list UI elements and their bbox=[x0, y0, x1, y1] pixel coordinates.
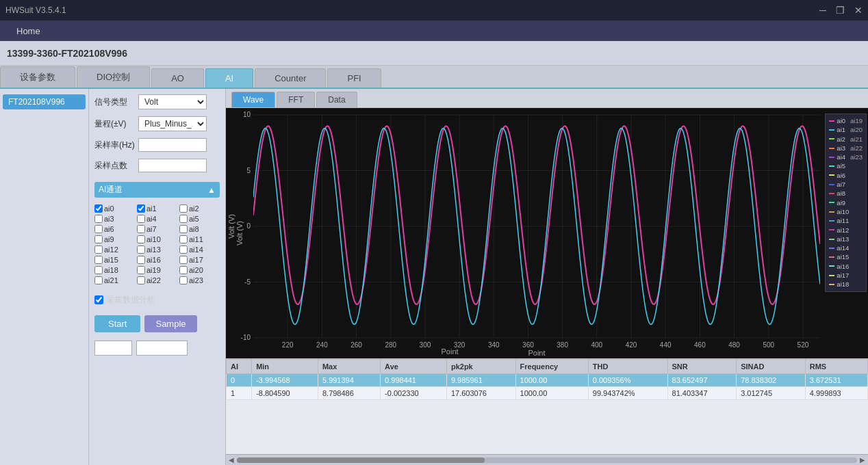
channel-header[interactable]: AI通道 ▲ bbox=[94, 182, 220, 198]
col-ai: AI bbox=[227, 360, 252, 374]
channel-ai3: ai3 bbox=[94, 215, 135, 223]
legend-ai14: ai14 bbox=[829, 243, 863, 252]
checkbox-ai11[interactable] bbox=[179, 235, 188, 243]
start-button[interactable]: Start bbox=[94, 315, 140, 332]
tab-ai[interactable]: AI bbox=[205, 68, 253, 88]
channel-ai12: ai12 bbox=[94, 245, 135, 254]
sample-rate-label: 采样率(Hz) bbox=[94, 140, 136, 151]
checkbox-ai5[interactable] bbox=[179, 215, 188, 223]
checkbox-ai9[interactable] bbox=[94, 235, 103, 243]
range-select[interactable]: Plus_Minus_10 bbox=[138, 116, 207, 131]
chart-area: Volt (V) Point ai0ai19 ai1ai20 ai2ai21 a… bbox=[226, 108, 868, 358]
channel-ai4: ai4 bbox=[137, 215, 177, 223]
tab-device-params[interactable]: 设备参数 bbox=[0, 66, 75, 88]
checkbox-ai16[interactable] bbox=[137, 256, 145, 264]
channel-grid: ai0 ai1 ai2 ai3 ai4 bbox=[94, 204, 220, 284]
scrollbar-track[interactable] bbox=[237, 457, 857, 463]
scrollbar-thumb[interactable] bbox=[237, 457, 485, 463]
data-table: AI Min Max Ave pk2pk Frequency THD SNR S… bbox=[226, 359, 868, 400]
checkbox-ai21[interactable] bbox=[94, 276, 103, 284]
close-button[interactable]: ✕ bbox=[854, 5, 863, 16]
sidebar: FT202108V996 bbox=[0, 89, 89, 465]
tab-counter[interactable]: Counter bbox=[255, 68, 326, 88]
input-field-2[interactable]: 22000 bbox=[136, 341, 188, 356]
app-container: Home 13399-3360-FT202108V996 设备参数 DIO控制 … bbox=[0, 21, 868, 465]
channel-title: AI通道 bbox=[99, 184, 123, 196]
col-frequency: Frequency bbox=[515, 360, 588, 374]
signal-type-select[interactable]: Volt bbox=[138, 94, 207, 109]
legend-ai15: ai15 bbox=[829, 252, 863, 261]
col-rms: RMS bbox=[805, 360, 867, 374]
tab-pfi[interactable]: PFI bbox=[327, 68, 381, 88]
device-bar: 13399-3360-FT202108V996 bbox=[0, 41, 868, 66]
channel-ai6: ai6 bbox=[94, 225, 135, 233]
checkbox-ai2[interactable] bbox=[179, 204, 188, 213]
sub-tab-fft[interactable]: FFT bbox=[277, 92, 315, 107]
menu-home[interactable]: Home bbox=[7, 23, 50, 39]
legend-ai17: ai17 bbox=[829, 271, 863, 280]
legend-ai16: ai16 bbox=[829, 262, 863, 271]
chart-legend: ai0ai19 ai1ai20 ai2ai21 ai3ai22 ai4ai23 … bbox=[825, 114, 867, 292]
action-buttons: Start Sample bbox=[94, 315, 220, 332]
legend-ai6: ai6 bbox=[829, 171, 863, 180]
window-controls: ─ ❐ ✕ bbox=[819, 5, 863, 16]
checkbox-ai19[interactable] bbox=[137, 266, 145, 274]
restore-button[interactable]: ❐ bbox=[836, 5, 845, 16]
legend-ai11: ai11 bbox=[829, 216, 863, 225]
legend-ai7: ai7 bbox=[829, 180, 863, 189]
title-bar: HWSuit V3.5.4.1 ─ ❐ ✕ bbox=[0, 0, 868, 21]
col-sinad: SINAD bbox=[737, 360, 806, 374]
checkbox-ai12[interactable] bbox=[94, 245, 103, 254]
checkbox-ai0[interactable] bbox=[94, 204, 103, 213]
sample-button[interactable]: Sample bbox=[144, 315, 196, 332]
right-panel: Wave FFT Data Volt (V) Point ai0ai19 ai1… bbox=[226, 89, 868, 465]
legend-ai8: ai8 bbox=[829, 189, 863, 198]
scroll-left-icon[interactable]: ◀ bbox=[229, 456, 234, 464]
checkbox-ai20[interactable] bbox=[179, 266, 188, 274]
checkbox-ai4[interactable] bbox=[137, 215, 145, 223]
input-field-1[interactable]: 20 bbox=[94, 341, 132, 356]
main-content: FT202108V996 信号类型 Volt 量程(±V) Plus_Minus… bbox=[0, 89, 868, 465]
channel-ai7: ai7 bbox=[137, 225, 177, 233]
channel-ai2: ai2 bbox=[179, 204, 220, 213]
legend-ai3: ai3ai22 bbox=[829, 144, 863, 152]
sample-rate-input[interactable]: 100000 bbox=[138, 138, 207, 152]
checkbox-ai18[interactable] bbox=[94, 266, 103, 274]
channel-ai15: ai15 bbox=[94, 256, 135, 264]
legend-ai12: ai12 bbox=[829, 226, 863, 235]
bottom-scrollbar[interactable]: ◀ ▶ bbox=[226, 454, 868, 465]
checkbox-ai14[interactable] bbox=[179, 245, 188, 254]
checkbox-ai15[interactable] bbox=[94, 256, 103, 264]
channel-ai18: ai18 bbox=[94, 266, 135, 274]
table-row: 1-8.8045908.798486-0.00233017.6030761000… bbox=[227, 387, 868, 400]
sub-tab-data[interactable]: Data bbox=[316, 92, 357, 107]
channel-ai1: ai1 bbox=[137, 204, 177, 213]
analysis-row: 采集数据分析 bbox=[94, 294, 220, 306]
signal-type-row: 信号类型 Volt bbox=[94, 94, 220, 109]
analysis-checkbox[interactable] bbox=[94, 295, 103, 304]
checkbox-ai8[interactable] bbox=[179, 225, 188, 233]
table-body: 0-3.9945685.9913940.9984419.9859611000.0… bbox=[227, 374, 868, 400]
table-header-row: AI Min Max Ave pk2pk Frequency THD SNR S… bbox=[227, 360, 868, 374]
checkbox-ai23[interactable] bbox=[179, 276, 188, 284]
checkbox-ai10[interactable] bbox=[137, 235, 145, 243]
tab-dio[interactable]: DIO控制 bbox=[77, 66, 150, 88]
checkbox-ai6[interactable] bbox=[94, 225, 103, 233]
scroll-right-icon[interactable]: ▶ bbox=[860, 456, 865, 464]
tab-ao[interactable]: AO bbox=[151, 68, 204, 88]
checkbox-ai22[interactable] bbox=[137, 276, 145, 284]
channel-ai11: ai11 bbox=[179, 235, 220, 243]
channel-ai22: ai22 bbox=[137, 276, 177, 284]
legend-ai4: ai4ai23 bbox=[829, 152, 863, 161]
checkbox-ai17[interactable] bbox=[179, 256, 188, 264]
sub-tab-wave[interactable]: Wave bbox=[231, 92, 275, 107]
checkbox-ai3[interactable] bbox=[94, 215, 103, 223]
checkbox-ai1[interactable] bbox=[137, 204, 145, 213]
checkbox-ai13[interactable] bbox=[137, 245, 145, 254]
checkbox-ai7[interactable] bbox=[137, 225, 145, 233]
sidebar-device-item[interactable]: FT202108V996 bbox=[3, 94, 86, 109]
sample-count-input[interactable]: 1000 bbox=[138, 159, 207, 172]
minimize-button[interactable]: ─ bbox=[819, 5, 826, 16]
channel-ai13: ai13 bbox=[137, 245, 177, 254]
signal-type-label: 信号类型 bbox=[94, 96, 136, 108]
